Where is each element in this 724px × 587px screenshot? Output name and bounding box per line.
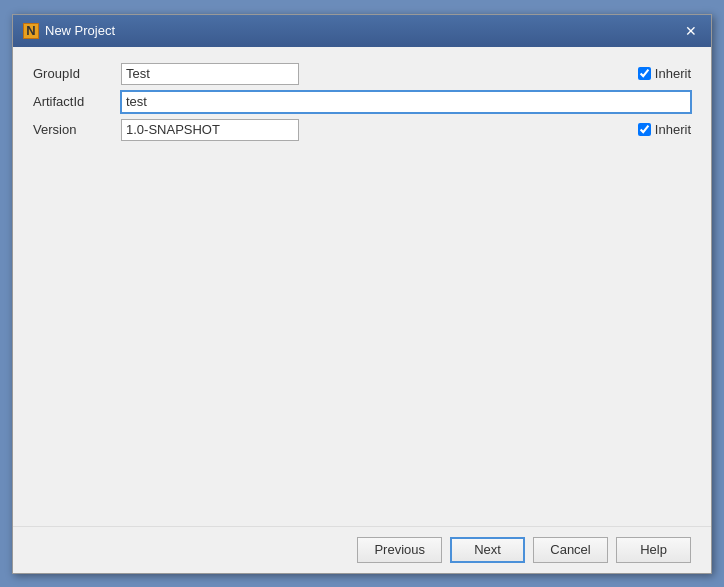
version-row: Version Inherit — [33, 119, 691, 141]
artifact-id-row: ArtifactId — [33, 91, 691, 113]
title-bar-left: N New Project — [23, 23, 115, 39]
dialog-icon: N — [23, 23, 39, 39]
cancel-button[interactable]: Cancel — [533, 537, 608, 563]
previous-button[interactable]: Previous — [357, 537, 442, 563]
version-input[interactable] — [121, 119, 299, 141]
group-id-label: GroupId — [33, 66, 113, 81]
artifact-id-input[interactable] — [121, 91, 691, 113]
title-bar: N New Project ✕ — [13, 15, 711, 47]
version-inherit-checkbox[interactable] — [638, 123, 651, 136]
group-id-inherit-label: Inherit — [655, 66, 691, 81]
version-inherit-check: Inherit — [638, 122, 691, 137]
close-button[interactable]: ✕ — [681, 21, 701, 41]
artifact-id-label: ArtifactId — [33, 94, 113, 109]
version-label: Version — [33, 122, 113, 137]
help-button[interactable]: Help — [616, 537, 691, 563]
group-id-inherit-checkbox[interactable] — [638, 67, 651, 80]
form-section: GroupId Inherit ArtifactId Vers — [33, 63, 691, 141]
group-id-input[interactable] — [121, 63, 299, 85]
next-button[interactable]: Next — [450, 537, 525, 563]
dialog-footer: Previous Next Cancel Help — [13, 526, 711, 573]
version-inherit-label: Inherit — [655, 122, 691, 137]
dialog-body: GroupId Inherit ArtifactId Vers — [13, 47, 711, 526]
new-project-dialog: N New Project ✕ GroupId Inherit — [12, 14, 712, 574]
dialog-title: New Project — [45, 23, 115, 38]
group-id-inherit-check: Inherit — [638, 66, 691, 81]
group-id-row: GroupId Inherit — [33, 63, 691, 85]
content-area — [33, 149, 691, 510]
